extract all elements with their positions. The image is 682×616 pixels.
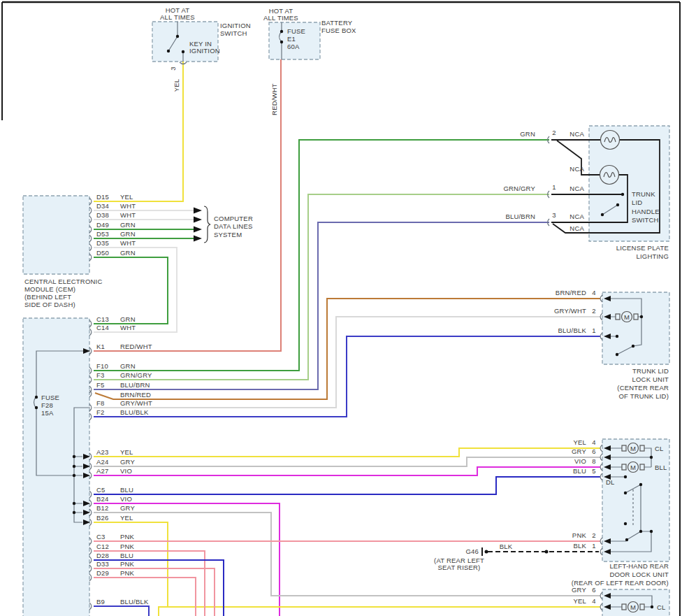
wire-gry-b12: [94, 513, 600, 596]
wire-color-label: BLK: [500, 543, 513, 550]
pin-id: C14: [96, 324, 109, 331]
pin-color: PNK: [120, 560, 135, 568]
switch-tag: DL: [606, 478, 615, 486]
license-pin-brackets: [548, 136, 550, 226]
junction-dot: [73, 465, 75, 468]
fuse-label: E1: [287, 35, 296, 43]
pin-number: 4: [592, 438, 595, 446]
junction-dot: [650, 530, 653, 533]
nca-label: NCA: [569, 185, 584, 192]
cem-box-upper: [23, 196, 89, 274]
junction-dot: [624, 492, 627, 494]
handle-switch-label: HANDLE: [632, 208, 660, 215]
junction-dot: [632, 345, 634, 348]
wiring-diagram-page: HOT AT ALL TIMES IGNITION SWITCH KEY IN …: [0, 0, 682, 616]
junction-dot: [625, 538, 628, 541]
unit-title: DOOR LOCK UNIT: [609, 571, 669, 578]
wire-color-label: BRN/RED: [556, 289, 586, 296]
wire-color-label: GRN: [520, 130, 535, 138]
junction-dot: [639, 483, 642, 486]
pin-id: D49: [96, 221, 109, 229]
junction-dot: [639, 530, 642, 533]
unit-name: FUSE BOX: [321, 27, 356, 34]
pin-number: 5: [592, 467, 595, 475]
junction-dot: [35, 406, 38, 409]
pin-id: B12: [96, 504, 109, 512]
pin-id: C13: [96, 315, 109, 323]
pin-id: C12: [96, 543, 109, 550]
pin-number: 1: [592, 542, 595, 550]
pin-color: BLU/BRN: [120, 381, 150, 389]
pin-id: A23: [96, 448, 109, 456]
wires: [94, 59, 600, 616]
pin-color: WHT: [120, 239, 136, 247]
wire-color-label: YEL: [173, 79, 180, 92]
wire-color-label: PNK: [572, 531, 587, 539]
pin-color: YEL: [120, 514, 133, 522]
junction-dot: [621, 193, 624, 196]
data-line-arrows: [194, 208, 202, 242]
nca-label: NCA: [569, 130, 584, 138]
junction-dot: [624, 522, 627, 525]
junction-dot: [73, 502, 75, 505]
pin-color: GRY: [120, 458, 135, 466]
junction-dot: [650, 456, 653, 459]
wire-yel-ignition-d15: [94, 62, 183, 201]
unit-title: LOCK UNIT: [632, 375, 669, 383]
pin-id: D38: [96, 211, 109, 219]
motor-letter: M: [630, 445, 636, 452]
nca-label: NCA: [569, 165, 584, 173]
ground-id: G46: [465, 547, 479, 555]
cem-fuse-label: FUSE: [41, 394, 59, 401]
fuse-label: 60A: [287, 43, 300, 50]
data-lines-label: SYSTEM: [214, 231, 242, 238]
pin-color: WHT: [120, 324, 136, 331]
ground-g46: G46 BLK (AT REAR LEFT SEAT RISER): [434, 543, 548, 571]
wire-color-label: RED/WHT: [270, 83, 278, 115]
pin-id: D53: [96, 230, 109, 238]
pin-number: 2: [592, 307, 595, 315]
wire-vio-a27: [94, 467, 600, 475]
junction-dot: [624, 475, 627, 478]
ground-dot: [485, 550, 488, 554]
ground-location: SEAT RISER): [438, 564, 481, 571]
pin-color: BLU/BLK: [120, 408, 149, 416]
wire-blu-c5: [94, 477, 600, 494]
cem-title: CENTRAL ELECTRONIC: [24, 278, 102, 285]
wire-color-label: BLK: [573, 542, 586, 550]
pin-id: C5: [96, 486, 106, 494]
wire-color-label: GRN/GRY: [503, 185, 535, 192]
pin-color: VIO: [120, 495, 132, 503]
hot-at-label: ALL TIMES: [263, 14, 298, 22]
pin-color: WHT: [120, 211, 136, 219]
pin-id: D33: [96, 560, 109, 568]
pin-id: K1: [96, 343, 105, 350]
pin-id: A27: [96, 467, 109, 475]
wire-color-label: BLU/BRN: [505, 213, 535, 220]
pin-color: YEL: [120, 193, 133, 201]
unit-name: BATTERY: [321, 19, 353, 27]
wire-color-label: GRY/WHT: [554, 307, 586, 315]
pin-color: GRY: [120, 504, 135, 512]
pin-number: 1: [552, 183, 556, 191]
unit-name: SWITCH: [220, 29, 247, 37]
junction-dot: [73, 455, 75, 458]
wire-pnk-d33: [94, 568, 215, 616]
pin-color: BLU/BLK: [120, 598, 149, 606]
unit-title: (CENTER REAR: [617, 384, 669, 392]
wire-blublk-f2: [94, 336, 600, 417]
cem-box-lower: [23, 318, 89, 616]
wire-color-label: VIO: [574, 457, 586, 465]
unit-title: TRUNK LID: [632, 367, 669, 375]
junction-dot: [616, 353, 618, 356]
junction-dot: [651, 606, 653, 608]
pin-color: RED/WHT: [120, 343, 152, 350]
pin-id: D35: [96, 239, 109, 247]
motor-tag: CL: [657, 603, 666, 611]
pin-brackets: [600, 445, 602, 555]
pin-id: F8: [96, 399, 105, 407]
pin-color: GRN/GRY: [120, 371, 152, 379]
pin-id: B26: [96, 514, 109, 522]
cem-title: MODULE (CEM): [24, 285, 75, 293]
pin-color: YEL: [120, 448, 133, 456]
